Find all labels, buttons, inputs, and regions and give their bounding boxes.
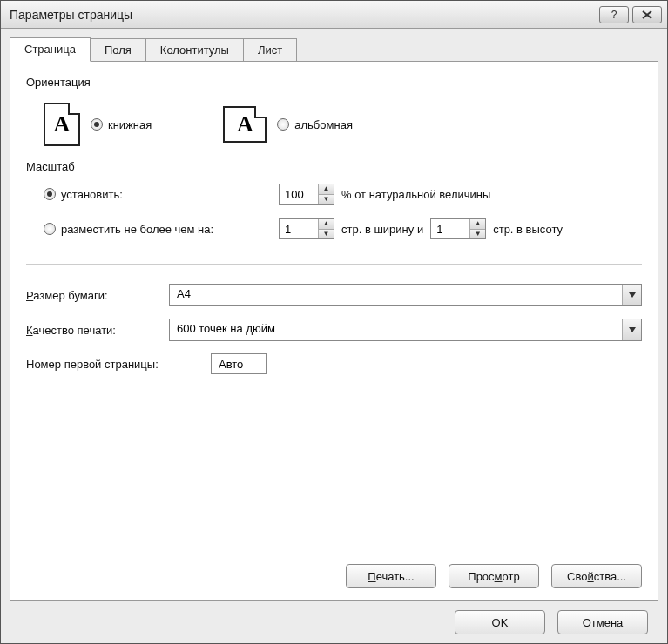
orientation-row: A книжная A альбомная xyxy=(26,92,642,160)
landscape-icon: A xyxy=(223,106,267,143)
scale-adjust-radio[interactable]: установить: xyxy=(44,188,272,201)
tab-sheet[interactable]: Лист xyxy=(243,38,297,62)
scale-rows: установить: ▲ ▼ % от натуральной величин… xyxy=(26,177,642,252)
dialog-footer: OK Отмена xyxy=(10,601,658,634)
titlebar: Параметры страницы ? xyxy=(1,1,667,29)
scale-fit-wide-suffix: стр. в ширину и xyxy=(341,223,423,236)
divider xyxy=(26,264,642,265)
spin-up-button[interactable]: ▲ xyxy=(319,219,334,230)
scale-fit-tall-input[interactable] xyxy=(431,219,469,238)
radio-icon xyxy=(44,188,56,200)
first-page-input[interactable] xyxy=(211,353,267,374)
first-page-label: Номер первой страницы: xyxy=(26,358,200,371)
dialog-body: Страница Поля Колонтитулы Лист Ориентаци… xyxy=(1,29,667,643)
paper-size-row: Размер бумаги: A4 xyxy=(26,284,642,306)
spin-buttons: ▲ ▼ xyxy=(469,219,485,238)
portrait-icon: A xyxy=(44,103,80,146)
scale-fit-tall-spinner[interactable]: ▲ ▼ xyxy=(430,218,486,239)
orientation-portrait-label: книжная xyxy=(108,118,152,131)
scale-adjust-suffix: % от натуральной величины xyxy=(341,188,490,201)
print-quality-value: 600 точек на дюйм xyxy=(170,319,622,340)
spin-down-button[interactable]: ▼ xyxy=(319,230,334,239)
spin-up-button[interactable]: ▲ xyxy=(319,184,334,195)
spin-buttons: ▲ ▼ xyxy=(318,184,334,204)
radio-icon xyxy=(91,118,103,131)
tab-headers[interactable]: Колонтитулы xyxy=(145,38,244,62)
window-title: Параметры страницы xyxy=(10,8,596,22)
paper-size-label: Размер бумаги: xyxy=(26,289,159,302)
orientation-group-label: Ориентация xyxy=(26,76,642,89)
svg-marker-3 xyxy=(629,327,636,332)
chevron-down-icon xyxy=(629,327,636,332)
close-icon xyxy=(641,10,653,19)
scale-adjust-input[interactable] xyxy=(280,184,318,204)
help-button[interactable]: ? xyxy=(599,6,629,23)
spin-down-button[interactable]: ▼ xyxy=(319,195,334,205)
cancel-button[interactable]: Отмена xyxy=(557,610,648,634)
orientation-portrait-radio[interactable]: книжная xyxy=(91,118,152,131)
chevron-down-icon xyxy=(629,292,636,298)
spin-down-button[interactable]: ▼ xyxy=(470,230,485,239)
scale-group-label: Масштаб xyxy=(26,160,642,173)
properties-button[interactable]: Свойства... xyxy=(551,564,642,588)
radio-icon xyxy=(44,223,56,235)
scale-fit-label: разместить не более чем на: xyxy=(61,223,213,236)
orientation-landscape-label: альбомная xyxy=(294,118,353,131)
print-button[interactable]: Печать... xyxy=(346,564,436,588)
page-setup-dialog: Параметры страницы ? Страница Поля Колон… xyxy=(0,0,668,644)
paper-section: Размер бумаги: A4 Качество печати: 600 т… xyxy=(26,268,642,374)
scale-fit-radio[interactable]: разместить не более чем на: xyxy=(44,223,272,236)
radio-icon xyxy=(277,118,289,131)
scale-adjust-spinner[interactable]: ▲ ▼ xyxy=(279,184,334,205)
tabstrip: Страница Поля Колонтитулы Лист xyxy=(10,36,658,62)
close-button[interactable] xyxy=(632,6,662,23)
tab-panel-page: Ориентация A книжная A альбомная Масштаб xyxy=(10,61,658,601)
tab-margins[interactable]: Поля xyxy=(90,38,146,62)
scale-fit-row: разместить не более чем на: ▲ ▼ стр. в ш… xyxy=(44,218,637,239)
preview-button[interactable]: Просмотр xyxy=(449,564,539,588)
tab-page[interactable]: Страница xyxy=(10,37,91,62)
scale-adjust-label: установить: xyxy=(61,188,123,201)
panel-buttons: Печать... Просмотр Свойства... xyxy=(26,555,642,588)
spin-buttons: ▲ ▼ xyxy=(318,219,334,238)
spin-up-button[interactable]: ▲ xyxy=(470,219,485,230)
orientation-landscape-radio[interactable]: альбомная xyxy=(277,118,353,131)
paper-size-drop[interactable] xyxy=(622,285,641,305)
paper-size-value: A4 xyxy=(170,285,622,305)
first-page-row: Номер первой страницы: xyxy=(26,353,642,374)
print-quality-row: Качество печати: 600 точек на дюйм xyxy=(26,319,642,341)
scale-adjust-row: установить: ▲ ▼ % от натуральной величин… xyxy=(44,184,637,205)
scale-fit-wide-input[interactable] xyxy=(280,219,318,238)
scale-fit-tall-suffix: стр. в высоту xyxy=(493,223,563,236)
svg-marker-2 xyxy=(629,292,636,298)
ok-button[interactable]: OK xyxy=(455,610,545,634)
print-quality-combo[interactable]: 600 точек на дюйм xyxy=(169,319,642,341)
scale-fit-wide-spinner[interactable]: ▲ ▼ xyxy=(279,218,334,239)
print-quality-label: Качество печати: xyxy=(26,324,159,337)
print-quality-drop[interactable] xyxy=(622,319,641,340)
paper-size-combo[interactable]: A4 xyxy=(169,284,642,306)
